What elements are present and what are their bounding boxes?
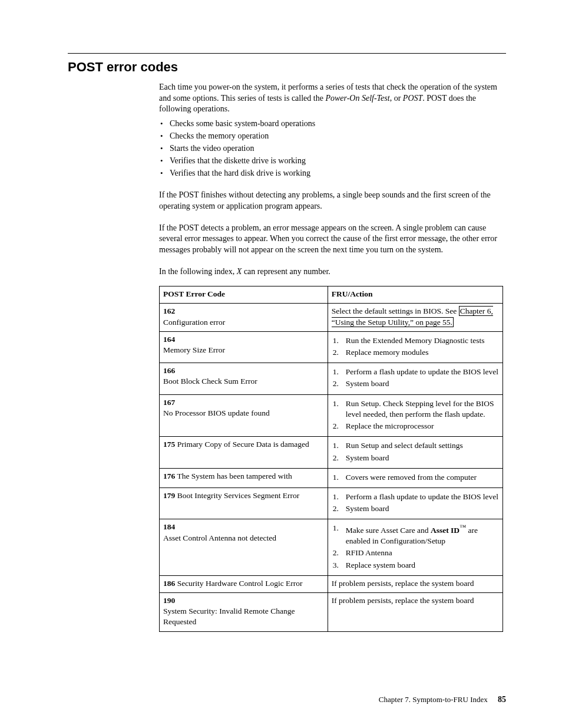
step: System board	[332, 503, 499, 514]
page: POST error codes Each time you power-on …	[0, 0, 562, 728]
list-item: Starts the video operation	[159, 143, 503, 154]
error-code: 190	[163, 596, 175, 605]
step: Replace system board	[332, 560, 499, 571]
error-description: Asset Control Antenna not detected	[163, 533, 276, 542]
page-footer: Chapter 7. Symptom-to-FRU Index 85	[379, 694, 506, 706]
action-cell: Covers were removed from the computer	[328, 468, 503, 487]
table-row: 190 System Security: Invalid Remote Chan…	[160, 593, 503, 632]
error-code: 184	[163, 522, 175, 531]
error-code: 175	[163, 440, 175, 449]
table-row: 186 Security Hardware Control Logic Erro…	[160, 575, 503, 592]
error-description: System Security: Invalid Remote Change R…	[163, 607, 295, 626]
table-row: 175 Primary Copy of Secure Data is damag…	[160, 437, 503, 468]
step: Perform a flash update to update the BIO…	[332, 492, 499, 502]
action-cell: If problem persists, replace the system …	[328, 575, 503, 592]
table-row: 164 Memory Size Error Run the Extended M…	[160, 331, 503, 363]
table-row: 179 Boot Integrity Services Segment Erro…	[160, 488, 503, 519]
step: Run Setup. Check Stepping level for the …	[332, 398, 499, 420]
step: System board	[332, 378, 499, 389]
code-cell: 186 Security Hardware Control Logic Erro…	[160, 575, 328, 592]
list-item: Checks the memory operation	[159, 131, 503, 142]
term-post: POST	[403, 94, 422, 103]
error-description: Boot Integrity Services Segment Error	[177, 491, 300, 500]
action-steps: Make sure Asset Care and Asset ID™ are e…	[332, 523, 499, 570]
step: System board	[332, 453, 499, 463]
intro-paragraph-3: If the POST detects a problem, an error …	[159, 223, 503, 256]
step: RFID Antenna	[332, 548, 499, 558]
action-steps: Run Setup. Check Stepping level for the …	[332, 398, 499, 432]
step: Run Setup and select default settings	[332, 440, 499, 451]
error-description: Security Hardware Control Logic Error	[177, 579, 303, 588]
step: Run the Extended Memory Diagnostic tests	[332, 335, 499, 346]
code-cell: 164 Memory Size Error	[160, 331, 328, 363]
section-heading: POST error codes	[68, 58, 506, 76]
code-cell: 167 No Processor BIOS update found	[160, 394, 328, 437]
step: Replace memory modules	[332, 347, 499, 358]
code-cell: 162 Configuration error	[160, 304, 328, 331]
table-row: 166 Boot Block Check Sum Error Perform a…	[160, 363, 503, 394]
action-text: Select the default settings in BIOS. See	[332, 307, 457, 315]
post-error-table: POST Error Code FRU/Action 162 Configura…	[159, 286, 503, 632]
table-row: 167 No Processor BIOS update found Run S…	[160, 394, 503, 437]
code-cell: 179 Boot Integrity Services Segment Erro…	[160, 488, 328, 519]
action-steps: Run Setup and select default settings Sy…	[332, 440, 499, 463]
table-header-row: POST Error Code FRU/Action	[160, 286, 503, 304]
code-cell: 184 Asset Control Antenna not detected	[160, 519, 328, 575]
term-power-on-self-test: Power-On Self-Test	[325, 94, 389, 103]
error-description: Memory Size Error	[163, 345, 225, 354]
action-steps: Run the Extended Memory Diagnostic tests…	[332, 335, 499, 358]
intro-paragraph-4: In the following index, X can represent …	[159, 266, 503, 278]
action-cell: Run Setup and select default settings Sy…	[328, 437, 503, 468]
text: In the following index,	[159, 267, 237, 276]
action-cell: Perform a flash update to update the BIO…	[328, 488, 503, 519]
error-description: No Processor BIOS update found	[163, 409, 270, 417]
action-steps: Perform a flash update to update the BIO…	[332, 367, 499, 389]
code-cell: 190 System Security: Invalid Remote Chan…	[160, 593, 328, 632]
step: Make sure Asset Care and Asset ID™ are e…	[332, 523, 499, 546]
list-item: Verifies that the diskette drive is work…	[159, 156, 503, 167]
error-description: Configuration error	[163, 318, 225, 327]
header-post-error-code: POST Error Code	[160, 286, 328, 304]
action-steps: Covers were removed from the computer	[332, 472, 499, 483]
header-fru-action: FRU/Action	[328, 286, 503, 304]
action-cell: Perform a flash update to update the BIO…	[328, 363, 503, 394]
action-text: If problem persists, replace the system …	[332, 596, 474, 605]
error-description: Primary Copy of Secure Data is damaged	[177, 440, 309, 449]
table-row: 184 Asset Control Antenna not detected M…	[160, 519, 503, 575]
list-item: Verifies that the hard disk drive is wor…	[159, 168, 503, 179]
action-cell: Select the default settings in BIOS. See…	[328, 304, 503, 331]
asset-id-bold: Asset ID	[431, 526, 459, 535]
action-cell: Make sure Asset Care and Asset ID™ are e…	[328, 519, 503, 575]
table-row: 162 Configuration error Select the defau…	[160, 304, 503, 331]
action-cell: Run the Extended Memory Diagnostic tests…	[328, 331, 503, 363]
error-code: 186	[163, 579, 175, 588]
body-content: Each time you power-on the system, it pe…	[159, 82, 503, 632]
action-cell: If problem persists, replace the system …	[328, 593, 503, 632]
post-operations-list: Checks some basic system-board operation…	[159, 118, 503, 179]
code-cell: 176 The System has been tampered with	[160, 468, 328, 487]
error-code: 162	[163, 307, 175, 315]
step: Covers were removed from the computer	[332, 472, 499, 483]
error-code: 166	[163, 366, 175, 375]
code-cell: 166 Boot Block Check Sum Error	[160, 363, 328, 394]
intro-paragraph-1: Each time you power-on the system, it pe…	[159, 82, 503, 116]
text: Make sure Asset Care and	[346, 526, 431, 535]
error-code: 176	[163, 472, 175, 480]
code-cell: 175 Primary Copy of Secure Data is damag…	[160, 437, 328, 468]
action-cell: Run Setup. Check Stepping level for the …	[328, 394, 503, 437]
action-text: If problem persists, replace the system …	[332, 579, 474, 588]
error-code: 179	[163, 491, 175, 500]
error-code: 164	[163, 335, 175, 344]
step: Replace the microprocessor	[332, 421, 499, 431]
table-row: 176 The System has been tampered with Co…	[160, 468, 503, 487]
intro-paragraph-2: If the POST finishes without detecting a…	[159, 190, 503, 212]
error-description: Boot Block Check Sum Error	[163, 377, 257, 386]
text: , or	[390, 94, 403, 103]
text: can represent any number.	[242, 267, 330, 276]
action-steps: Perform a flash update to update the BIO…	[332, 492, 499, 514]
footer-page-number: 85	[498, 695, 506, 704]
footer-chapter: Chapter 7. Symptom-to-FRU Index	[379, 695, 488, 704]
error-code: 167	[163, 398, 175, 407]
error-description: The System has been tampered with	[177, 472, 292, 480]
trademark-symbol: ™	[459, 523, 466, 531]
